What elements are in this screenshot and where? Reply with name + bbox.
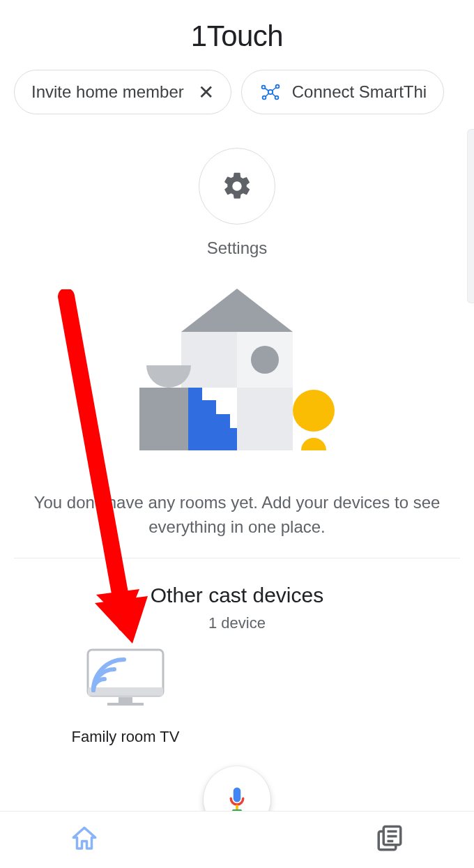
svg-line-7 xyxy=(266,93,269,97)
empty-rooms-message: You don't have any rooms yet. Add your d… xyxy=(0,463,474,558)
svg-rect-15 xyxy=(188,388,202,450)
suggestion-chips-row: Invite home member ✕ Connect SmartThi xyxy=(0,70,474,114)
svg-rect-13 xyxy=(139,388,188,450)
svg-line-8 xyxy=(272,93,275,97)
svg-rect-23 xyxy=(118,697,132,703)
svg-point-1 xyxy=(261,86,265,89)
svg-point-12 xyxy=(251,346,279,374)
svg-rect-18 xyxy=(230,428,237,450)
svg-point-4 xyxy=(275,96,278,100)
svg-line-6 xyxy=(272,88,276,91)
svg-rect-10 xyxy=(181,332,237,388)
smartthings-icon xyxy=(259,80,282,104)
svg-rect-16 xyxy=(202,400,216,450)
svg-rect-22 xyxy=(88,687,163,696)
feed-icon xyxy=(375,824,404,853)
home-illustration xyxy=(0,289,474,463)
invite-member-chip[interactable]: Invite home member ✕ xyxy=(14,70,231,114)
nav-feed-tab[interactable] xyxy=(375,824,404,856)
cast-tv-icon xyxy=(84,647,167,713)
svg-marker-9 xyxy=(181,289,293,332)
connect-smartthings-chip[interactable]: Connect SmartThi xyxy=(241,70,444,114)
svg-rect-17 xyxy=(216,414,230,450)
svg-rect-19 xyxy=(237,388,293,450)
bottom-nav xyxy=(0,811,474,868)
close-icon[interactable]: ✕ xyxy=(198,81,214,104)
svg-line-5 xyxy=(265,89,269,91)
section-divider xyxy=(14,558,460,558)
svg-point-2 xyxy=(275,85,279,89)
section-subtitle: 1 device xyxy=(0,614,474,632)
svg-point-20 xyxy=(293,390,335,432)
nav-home-tab[interactable] xyxy=(70,824,99,856)
invite-member-label: Invite home member xyxy=(31,82,184,102)
home-icon xyxy=(70,824,99,853)
mic-icon xyxy=(222,785,252,814)
scroll-handle[interactable] xyxy=(467,129,474,303)
other-cast-devices-header: Other cast devices 1 device xyxy=(0,584,474,632)
gear-icon xyxy=(199,148,275,224)
svg-point-3 xyxy=(262,96,266,100)
device-name: Family room TV xyxy=(72,728,180,746)
settings-shortcut[interactable]: Settings xyxy=(0,148,474,258)
page-title: 1Touch xyxy=(0,0,474,70)
svg-rect-24 xyxy=(107,703,144,706)
section-title: Other cast devices xyxy=(0,584,474,607)
connect-smartthings-label: Connect SmartThi xyxy=(292,82,427,102)
settings-label: Settings xyxy=(207,238,268,258)
cast-device-item[interactable]: Family room TV xyxy=(56,647,195,746)
